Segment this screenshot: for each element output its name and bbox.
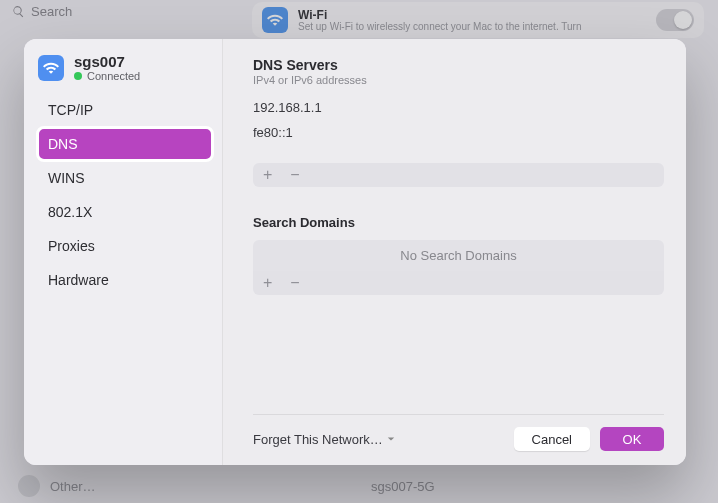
- modal-sidebar: sgs007 Connected TCP/IP DNS WINS 802.1X …: [24, 39, 222, 465]
- forget-network-button[interactable]: Forget This Network…: [253, 432, 395, 447]
- remove-dns-button[interactable]: −: [286, 167, 303, 183]
- sidebar-item-proxies[interactable]: Proxies: [38, 230, 212, 262]
- status-label: Connected: [87, 70, 140, 82]
- remove-search-domain-button[interactable]: −: [286, 275, 303, 291]
- add-search-domain-button[interactable]: +: [259, 275, 276, 291]
- ok-button[interactable]: OK: [600, 427, 664, 451]
- sidebar-item-hardware[interactable]: Hardware: [38, 264, 212, 296]
- sidebar-item-wins[interactable]: WINS: [38, 162, 212, 194]
- forget-network-label: Forget This Network…: [253, 432, 383, 447]
- wifi-icon: [38, 55, 64, 81]
- chevron-down-icon: [387, 435, 395, 443]
- modal-footer: Forget This Network… Cancel OK: [253, 414, 664, 451]
- status-dot-icon: [74, 72, 82, 80]
- search-domains-controls: + −: [253, 271, 664, 295]
- dns-list-controls: + −: [253, 163, 664, 187]
- dns-servers-list[interactable]: 192.168.1.1 fe80::1: [253, 96, 664, 145]
- sidebar-item-tcpip[interactable]: TCP/IP: [38, 94, 212, 126]
- search-domains-empty: No Search Domains: [253, 240, 664, 271]
- dns-servers-title: DNS Servers: [253, 57, 664, 73]
- add-dns-button[interactable]: +: [259, 167, 276, 183]
- sidebar-item-dns[interactable]: DNS: [38, 128, 212, 160]
- modal-content: DNS Servers IPv4 or IPv6 addresses 192.1…: [222, 39, 686, 465]
- cancel-button[interactable]: Cancel: [514, 427, 590, 451]
- network-advanced-modal: sgs007 Connected TCP/IP DNS WINS 802.1X …: [24, 39, 686, 465]
- sidebar-item-8021x[interactable]: 802.1X: [38, 196, 212, 228]
- search-domains-title: Search Domains: [253, 215, 664, 230]
- dns-servers-subtitle: IPv4 or IPv6 addresses: [253, 74, 664, 86]
- network-ssid: sgs007: [74, 53, 140, 70]
- dns-entry[interactable]: 192.168.1.1: [253, 96, 664, 121]
- dns-entry[interactable]: fe80::1: [253, 121, 664, 146]
- network-header: sgs007 Connected: [38, 53, 212, 82]
